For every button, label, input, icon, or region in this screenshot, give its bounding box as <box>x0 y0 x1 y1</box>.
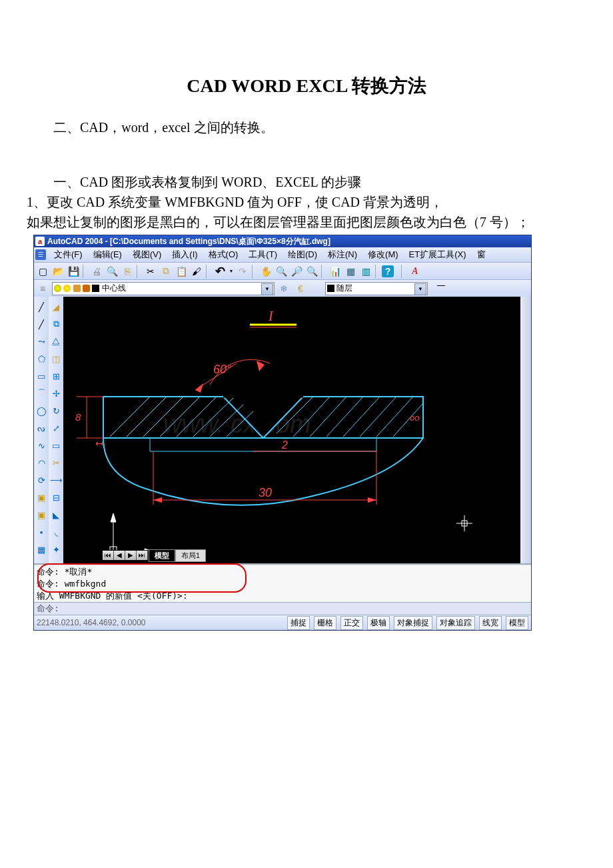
menu-view[interactable]: 视图(V) <box>127 247 167 263</box>
ellipse-arc-icon[interactable]: ◠ <box>35 457 47 469</box>
layer-states-icon[interactable]: € <box>293 282 308 295</box>
new-icon[interactable]: ▢ <box>35 265 50 278</box>
open-icon[interactable]: 📂 <box>51 265 65 278</box>
status-ortho[interactable]: 正交 <box>340 616 363 630</box>
status-lwt[interactable]: 线宽 <box>479 616 502 630</box>
status-model[interactable]: 模型 <box>506 616 528 630</box>
erase-icon[interactable]: ◢ <box>50 301 62 313</box>
tab-last-icon[interactable]: ⏭ <box>137 551 148 560</box>
svg-text:8: 8 <box>75 411 81 423</box>
menu-window[interactable]: 窗 <box>472 247 491 263</box>
paragraph-3: 1、更改 CAD 系统变量 WMFBKGND 值为 OFF，使 CAD 背景为透… <box>27 192 586 212</box>
explode-icon[interactable]: ✦ <box>50 543 62 555</box>
chamfer-icon[interactable]: ◣ <box>50 509 62 521</box>
rectangle-icon[interactable]: ▭ <box>35 370 47 382</box>
layer-manager-icon[interactable]: ≡ <box>35 282 50 295</box>
undo-icon[interactable]: ↶ <box>213 265 227 278</box>
svg-line-22 <box>360 397 396 437</box>
svg-line-15 <box>210 405 243 437</box>
redo-icon[interactable]: ↷ <box>235 265 250 278</box>
layer-prev-icon[interactable]: ❄ <box>277 282 291 295</box>
tab-next-icon[interactable]: ▶ <box>125 551 137 560</box>
tool-palette-icon[interactable]: ▥ <box>358 265 373 278</box>
xline-icon[interactable]: ╱ <box>35 318 47 330</box>
array-icon[interactable]: ⊞ <box>50 370 62 382</box>
paste-icon[interactable]: 📋 <box>174 265 189 278</box>
extend-icon[interactable]: ⟶ <box>50 474 62 486</box>
arc-icon[interactable]: ⌒ <box>35 387 47 399</box>
zoom-prev-icon[interactable]: 🔍 <box>305 265 319 278</box>
preview-icon[interactable]: 🔍 <box>105 265 119 278</box>
scale-icon[interactable]: ⤢ <box>50 422 62 434</box>
page-title: CAD WORD EXCL 转换方法 <box>27 73 586 99</box>
rotate-icon[interactable]: ↻ <box>50 405 62 417</box>
copy-obj-icon[interactable]: ⧉ <box>50 318 62 330</box>
print-icon[interactable]: 🖨 <box>89 265 104 278</box>
svg-line-12 <box>160 397 200 437</box>
zoom-realtime-icon[interactable]: 🔍 <box>274 265 289 278</box>
menu-tools[interactable]: 工具(T) <box>243 247 283 263</box>
window-titlebar: a AutoCAD 2004 - [C:\Documents and Setti… <box>34 235 531 247</box>
status-otrack[interactable]: 对象追踪 <box>436 616 475 630</box>
menu-insert[interactable]: 插入(I) <box>167 247 203 263</box>
svg-marker-31 <box>153 497 162 503</box>
break-icon[interactable]: ⊟ <box>50 491 62 503</box>
menu-format[interactable]: 格式(O) <box>203 247 244 263</box>
trim-icon[interactable]: ✂ <box>50 457 62 469</box>
menu-file[interactable]: 文件(F) <box>49 247 88 263</box>
status-osnap[interactable]: 对象捕捉 <box>394 616 432 630</box>
tab-layout1[interactable]: 布局1 <box>175 549 206 562</box>
text-style-icon[interactable]: A <box>408 265 422 278</box>
draw-toolbar: ╱ ╱ ⤳ ⬠ ▭ ⌒ ◯ ᔓ ∿ ◠ ⟳ ▣ ▣ ▪ ▦ <box>34 297 49 563</box>
point-icon[interactable]: ▪ <box>35 526 47 538</box>
matchprop-icon[interactable]: 🖌 <box>189 265 204 278</box>
block-icon[interactable]: ▣ <box>35 491 47 503</box>
pline-icon[interactable]: ⤳ <box>35 335 47 347</box>
status-grid[interactable]: 栅格 <box>314 616 336 630</box>
line-icon[interactable]: ╱ <box>35 301 47 313</box>
menu-dim[interactable]: 标注(N) <box>322 247 362 263</box>
pan-icon[interactable]: ✋ <box>259 265 273 278</box>
zoom-window-icon[interactable]: 🔎 <box>289 265 304 278</box>
help-icon[interactable]: ? <box>382 265 394 277</box>
control-menu-icon[interactable] <box>35 249 46 260</box>
menu-edit[interactable]: 编辑(E) <box>88 247 127 263</box>
tab-model[interactable]: 模型 <box>149 549 175 562</box>
copy-icon[interactable]: ⧉ <box>159 265 173 278</box>
revcloud-icon[interactable]: ⟳ <box>35 474 47 486</box>
offset-icon[interactable]: ◫ <box>50 353 62 365</box>
insert-icon[interactable]: ▣ <box>35 509 47 521</box>
tab-prev-icon[interactable]: ◀ <box>114 551 125 560</box>
cmd-prompt[interactable]: 命令: <box>34 602 531 615</box>
move-icon[interactable]: ✢ <box>50 387 62 399</box>
properties-icon[interactable]: 📊 <box>328 265 342 278</box>
fillet-icon[interactable]: ◟ <box>50 526 62 538</box>
layer-dropdown[interactable]: 中心线 <box>52 282 275 295</box>
publish-icon[interactable]: ⎘ <box>120 265 135 278</box>
circle-icon[interactable]: ◯ <box>35 405 47 417</box>
cut-icon[interactable]: ✂ <box>143 265 158 278</box>
mirror-icon[interactable]: ⧋ <box>50 335 62 347</box>
cmd-history-2: 命令: wmfbkgnd <box>34 578 531 590</box>
drawing-canvas[interactable]: www. cx.com I 60° <box>63 297 520 563</box>
svg-text:↤: ↤ <box>95 438 103 449</box>
menu-et-tools[interactable]: ET扩展工具(X) <box>404 247 472 263</box>
layer-toolbar: ≡ 中心线 ❄ € 随层 <box>34 279 531 297</box>
menu-modify[interactable]: 修改(M) <box>362 247 404 263</box>
vertical-scrollbar[interactable] <box>520 297 531 563</box>
status-snap[interactable]: 捕捉 <box>287 616 310 630</box>
design-center-icon[interactable]: ▦ <box>343 265 358 278</box>
stretch-icon[interactable]: ▭ <box>50 439 62 451</box>
ellipse-icon[interactable]: ∿ <box>35 439 47 451</box>
undo-dd-icon[interactable]: ▾ <box>228 265 235 278</box>
hatch-icon[interactable]: ▦ <box>35 543 47 555</box>
tab-first-icon[interactable]: ⏮ <box>103 551 114 560</box>
polygon-icon[interactable]: ⬠ <box>35 353 47 365</box>
color-dropdown[interactable]: 随层 <box>325 282 428 295</box>
spline-icon[interactable]: ᔓ <box>35 422 47 434</box>
svg-text:60°: 60° <box>213 363 231 376</box>
save-icon[interactable]: 💾 <box>66 265 81 278</box>
svg-line-19 <box>310 397 346 437</box>
status-polar[interactable]: 极轴 <box>367 616 390 630</box>
menu-draw[interactable]: 绘图(D) <box>283 247 322 263</box>
